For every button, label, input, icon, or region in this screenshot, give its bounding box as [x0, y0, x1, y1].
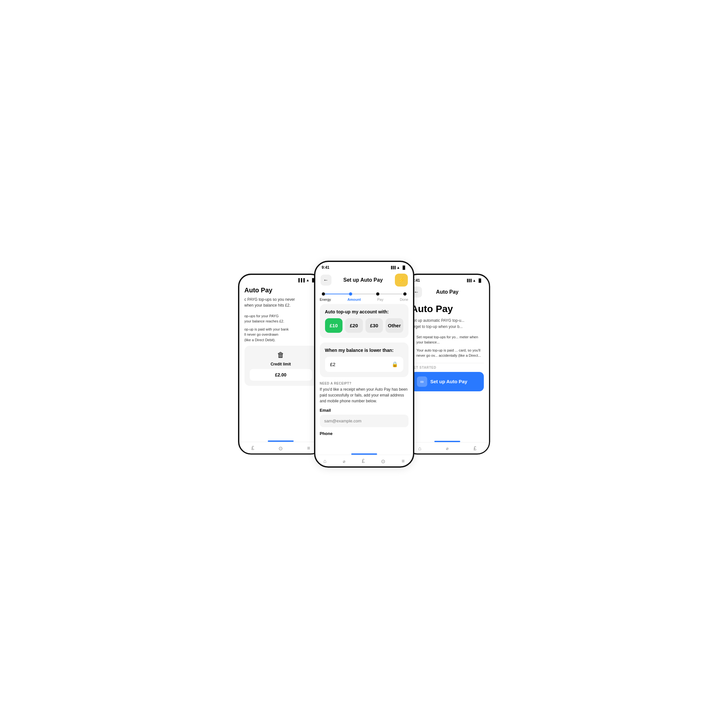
flash-button[interactable]: ⚡ — [395, 274, 408, 286]
wifi-icon: ▲ — [306, 278, 309, 282]
setup-autopay-button[interactable]: ∞ Set up Auto Pay — [411, 372, 484, 392]
step-label-done: Done — [400, 298, 408, 301]
center-nav-menu[interactable]: ≡ — [402, 458, 405, 464]
left-phone-content: Auto Pay c PAYG top-ups so you never whe… — [239, 283, 323, 389]
right-battery-icon: ▐▌ — [477, 278, 483, 282]
center-nav-help[interactable]: ⊙ — [381, 458, 385, 464]
right-payment-icon: £ — [474, 446, 476, 451]
auto-pay-title: Auto Pay — [411, 303, 484, 314]
cta-label: Set up Auto Pay — [430, 379, 467, 384]
left-bottom-nav: £ ⊙ ≡ — [239, 442, 323, 453]
amount-30[interactable]: £30 — [366, 318, 383, 333]
receipt-text: If you'd like a receipt when your Auto P… — [320, 387, 408, 404]
scene: ▐▐▐ ▲ ▐▌ Auto Pay c PAYG top-ups so you … — [186, 261, 542, 468]
center-content: Auto top-up my account with: £10 £20 £30… — [315, 304, 413, 452]
right-status-bar: 9:41 ▐▐▐ ▲ ▐▌ — [406, 275, 489, 284]
step-label-amount: Amount — [347, 298, 361, 301]
feature-item-2: ✓ Your auto top-up is paid ... card, so … — [411, 348, 484, 358]
center-wifi-icon: ▲ — [396, 266, 400, 269]
left-description: c PAYG top-ups so you never when your ba… — [245, 297, 317, 308]
right-nav-usage[interactable]: ⌀ — [446, 446, 448, 451]
email-label: Email — [320, 408, 408, 413]
balance-title: When my balance is lower than: — [325, 348, 403, 353]
step-dot-done — [403, 292, 407, 295]
phone-label: Phone — [320, 431, 408, 436]
right-content: Auto Pay Set up automatic PAYG top-u...f… — [406, 300, 489, 395]
right-home-icon: ⌂ — [418, 446, 421, 451]
amount-grid: £10 £20 £30 Other — [325, 318, 403, 333]
help-icon: ⊙ — [278, 445, 283, 451]
center-battery-icon: ▐▌ — [401, 266, 407, 269]
amount-20[interactable]: £20 — [345, 318, 363, 333]
signal-icon: ▐▐▐ — [297, 278, 305, 282]
help-icon-2: ⊙ — [381, 458, 385, 464]
left-feature-1: op-ups for your PAYG your balance reache… — [245, 314, 317, 324]
center-nav-payment[interactable]: £ — [362, 458, 365, 464]
left-card: 🗑 Credit limit £2.00 — [245, 346, 317, 386]
home-icon: ⌂ — [323, 458, 327, 464]
left-title: Auto Pay — [245, 286, 317, 294]
menu-icon: ≡ — [307, 445, 310, 451]
center-nav-bar: ← Set up Auto Pay ⚡ — [315, 271, 413, 289]
center-bottom-nav: ⌂ ⌀ £ ⊙ ≡ — [315, 455, 413, 466]
left-feature-2: op-up is paid with your bank ll never go… — [245, 327, 317, 343]
balance-card: When my balance is lower than: £2 🔒 — [320, 343, 408, 377]
step-line-3 — [379, 294, 403, 294]
feature-list: ✓ Set repeat top-ups for yo... meter whe… — [411, 334, 484, 358]
step-label-pay: Pay — [377, 298, 383, 301]
email-input[interactable] — [320, 414, 408, 427]
menu-icon-2: ≡ — [402, 458, 405, 464]
credit-label: Credit limit — [250, 362, 312, 366]
step-labels: Energy Amount Pay Done — [315, 297, 413, 304]
center-signal-icon: ▐▐▐ — [390, 266, 395, 269]
auto-pay-desc: Set up automatic PAYG top-u...forget to … — [411, 318, 484, 330]
right-phone: 9:41 ▐▐▐ ▲ ▐▌ ← Auto Pay Auto Pay Set up… — [405, 274, 490, 455]
center-nav-usage[interactable]: ⌀ — [343, 459, 346, 464]
center-status-bar: 9:41 ▐▐▐ ▲ ▐▌ — [315, 262, 413, 271]
step-line-1 — [325, 294, 349, 294]
amount-other[interactable]: Other — [385, 318, 403, 333]
left-phone: ▐▐▐ ▲ ▐▌ Auto Pay c PAYG top-ups so you … — [238, 274, 324, 455]
right-nav-bar: ← Auto Pay — [406, 284, 489, 300]
center-phone: 9:41 ▐▐▐ ▲ ▐▌ ← Set up Auto Pay ⚡ — [314, 261, 414, 468]
get-started-label: GET STARTED — [411, 363, 484, 369]
infinity-icon: ∞ — [417, 376, 427, 387]
left-status-bar: ▐▐▐ ▲ ▐▌ — [239, 275, 323, 283]
step-dot-pay — [376, 292, 379, 295]
payment-icon: £ — [251, 445, 254, 451]
flash-icon: ⚡ — [398, 277, 405, 284]
center-nav-title: Set up Auto Pay — [332, 277, 395, 283]
topup-title: Auto top-up my account with: — [325, 309, 403, 314]
right-wifi-icon: ▲ — [473, 278, 476, 282]
lock-icon: 🔒 — [392, 361, 398, 367]
right-signal-icon: ▐▐▐ — [466, 279, 471, 282]
right-bottom-nav: ⌂ ⌀ £ — [406, 442, 489, 453]
payment-icon-2: £ — [362, 458, 365, 464]
balance-value: £2 — [330, 362, 336, 367]
center-nav-home[interactable]: ⌂ — [323, 458, 327, 464]
receipt-label: NEED A RECEIPT? — [320, 382, 408, 385]
credit-value: £2.00 — [250, 369, 312, 381]
balance-field: £2 🔒 — [325, 357, 403, 372]
receipt-section: NEED A RECEIPT? If you'd like a receipt … — [320, 382, 408, 436]
topup-card: Auto top-up my account with: £10 £20 £30… — [320, 304, 408, 338]
left-nav-help[interactable]: ⊙ — [278, 445, 283, 451]
step-label-energy: Energy — [320, 298, 331, 301]
usage-icon: ⌀ — [343, 459, 346, 464]
amount-10[interactable]: £10 — [325, 318, 343, 333]
step-indicators — [315, 289, 413, 297]
step-line-2 — [352, 294, 376, 294]
step-dot-energy — [322, 292, 325, 295]
right-usage-icon: ⌀ — [446, 446, 448, 451]
right-nav-payment[interactable]: £ — [474, 446, 476, 451]
left-nav-payment[interactable]: £ — [251, 445, 254, 451]
right-nav-home[interactable]: ⌂ — [418, 446, 421, 451]
right-nav-title: Auto Pay — [422, 289, 473, 295]
delete-icon: 🗑 — [250, 351, 312, 359]
back-button[interactable]: ← — [321, 275, 332, 286]
left-nav-menu[interactable]: ≡ — [307, 445, 310, 451]
feature-item-1: ✓ Set repeat top-ups for yo... meter whe… — [411, 334, 484, 345]
center-time: 9:41 — [322, 265, 330, 270]
step-dot-amount — [349, 292, 352, 295]
